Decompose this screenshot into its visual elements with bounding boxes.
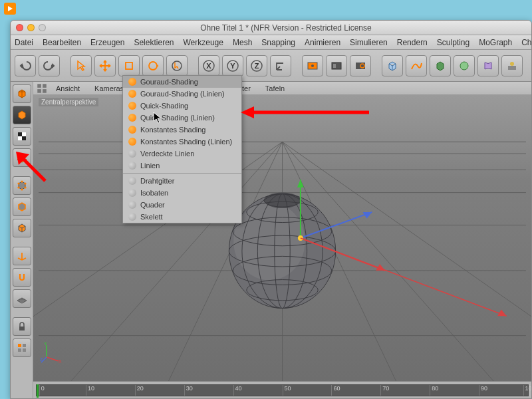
darstellung-dropdown[interactable]: Gouraud-Shading Gouraud-Shading (Linien)…	[122, 75, 242, 223]
tutorial-play-icon	[4, 3, 16, 15]
axis-orientation-icon: Y X Z	[40, 341, 63, 364]
timeline[interactable]: 0 10 20 30 40 50 60 70 80 90 100	[33, 381, 531, 398]
scene-render	[33, 95, 531, 381]
render-view-button[interactable]	[302, 55, 323, 76]
edges-mode-button[interactable]	[13, 198, 31, 216]
svg-point-25	[24, 186, 26, 188]
svg-rect-34	[43, 84, 47, 88]
axis-x-button[interactable]: X	[198, 55, 219, 76]
modeling-button[interactable]	[454, 55, 475, 76]
timeline-tick: 30	[184, 385, 193, 396]
titlebar: Ohne Titel 1 * (NFR Version - Restricted…	[11, 21, 531, 35]
cube-primitive-button[interactable]	[382, 55, 403, 76]
menu-datei[interactable]: Datei	[15, 38, 33, 47]
dropdown-item-skeleton[interactable]: Skelett	[123, 211, 241, 223]
polygons-mode-button[interactable]	[13, 219, 31, 237]
deformer-button[interactable]	[477, 55, 499, 76]
render-settings-button[interactable]	[350, 55, 371, 76]
timeline-tick: 40	[233, 385, 242, 396]
soft-selection-button[interactable]	[13, 289, 31, 308]
menu-erzeugen[interactable]: Erzeugen	[90, 38, 124, 47]
dropdown-item-constant[interactable]: Konstantes Shading	[123, 124, 241, 136]
sphere-icon	[128, 213, 136, 221]
main-toolbar: X Y Z	[11, 50, 531, 82]
svg-rect-28	[19, 327, 25, 331]
coord-system-button[interactable]	[270, 55, 291, 76]
timeline-tick: 70	[380, 385, 389, 396]
timeline-playhead[interactable]	[37, 384, 39, 398]
menu-werkzeuge[interactable]: Werkzeuge	[183, 38, 223, 47]
main-menubar[interactable]: Datei Bearbeiten Erzeugen Selektieren We…	[11, 35, 531, 50]
dropdown-separator	[123, 173, 241, 174]
lock-button[interactable]	[13, 317, 31, 336]
move-tool-button[interactable]	[94, 55, 116, 76]
menu-snapping[interactable]: Snapping	[261, 38, 295, 47]
sphere-icon	[128, 177, 136, 185]
undo-button[interactable]	[15, 55, 36, 76]
svg-point-17	[510, 62, 514, 66]
menu-mograph[interactable]: MoGraph	[479, 38, 512, 47]
rotate-tool-button[interactable]	[142, 55, 164, 76]
scale-tool-button[interactable]	[118, 55, 140, 76]
dropdown-item-gouraud[interactable]: Gouraud-Shading	[123, 76, 241, 88]
svg-point-52	[233, 202, 305, 280]
svg-text:X: X	[206, 62, 211, 70]
svg-marker-65	[297, 180, 304, 188]
mode-toolbar	[11, 82, 33, 398]
svg-rect-12	[333, 64, 336, 68]
workplane-mode-button[interactable]	[13, 148, 31, 167]
viewport-solo-button[interactable]	[13, 338, 31, 357]
menu-bearbeiten[interactable]: Bearbeiten	[43, 38, 81, 47]
dropdown-item-quick[interactable]: Quick-Shading	[123, 100, 241, 112]
axis-tool-button[interactable]	[13, 247, 31, 265]
make-editable-button[interactable]	[13, 84, 31, 103]
timeline-track[interactable]: 0 10 20 30 40 50 60 70 80 90 100	[36, 384, 529, 396]
menu-mesh[interactable]: Mesh	[233, 38, 252, 47]
viewmenu-ansicht[interactable]: Ansicht	[49, 83, 86, 94]
window-controls[interactable]	[16, 24, 46, 31]
model-mode-button[interactable]	[13, 106, 31, 124]
menu-sculpting[interactable]: Sculpting	[437, 38, 469, 47]
axis-y-button[interactable]: Y	[222, 55, 243, 76]
svg-point-15	[460, 62, 468, 70]
redo-button[interactable]	[39, 55, 60, 76]
menu-character[interactable]: Char	[521, 38, 532, 47]
dropdown-item-constant-lines[interactable]: Konstantes Shading (Linien)	[123, 136, 241, 148]
menu-animieren[interactable]: Animieren	[305, 38, 340, 47]
dropdown-item-isobates[interactable]: Isobaten	[123, 187, 241, 199]
select-tool-button[interactable]	[70, 55, 92, 76]
dropdown-item-lines[interactable]: Linien	[123, 160, 241, 172]
points-mode-button[interactable]	[13, 176, 31, 195]
nurbs-button[interactable]	[430, 55, 451, 76]
axis-z-button[interactable]: Z	[246, 55, 267, 76]
timeline-tick: 80	[430, 385, 438, 396]
dropdown-item-gouraud-lines[interactable]: Gouraud-Shading (Linien)	[123, 88, 241, 100]
texture-mode-button[interactable]	[13, 127, 31, 146]
svg-rect-36	[43, 89, 47, 93]
menu-selektieren[interactable]: Selektieren	[134, 38, 174, 47]
render-picture-button[interactable]	[326, 55, 347, 76]
viewport-config-icon[interactable]	[36, 83, 48, 94]
spline-button[interactable]	[406, 55, 427, 76]
menu-rendern[interactable]: Rendern	[397, 38, 428, 47]
viewmenu-tafeln[interactable]: Tafeln	[259, 83, 291, 94]
sphere-icon	[128, 150, 136, 158]
snap-tool-button[interactable]	[13, 268, 31, 287]
dropdown-item-hidden-lines[interactable]: Verdeckte Linien	[123, 148, 241, 160]
dropdown-item-quick-lines[interactable]: Quick-Shading (Linien)	[123, 112, 241, 124]
sphere-icon	[128, 90, 136, 98]
minimize-icon[interactable]	[27, 24, 35, 31]
viewport-3d[interactable]: Zentralperspektive	[33, 95, 531, 381]
dropdown-item-wireframe[interactable]: Drahtgitter	[123, 175, 241, 187]
viewport-menubar[interactable]: Ansicht Kameras Darstellung Optionen Fil…	[33, 82, 531, 95]
svg-rect-31	[18, 348, 21, 352]
dropdown-item-box[interactable]: Quader	[123, 199, 241, 211]
svg-rect-33	[37, 84, 41, 88]
zoom-icon[interactable]	[39, 24, 46, 31]
menu-simulieren[interactable]: Simulieren	[350, 38, 388, 47]
environment-button[interactable]	[501, 55, 523, 76]
last-tool-button[interactable]	[166, 55, 188, 76]
close-icon[interactable]	[16, 24, 23, 31]
timeline-tick: 0	[39, 385, 45, 396]
timeline-tick: 60	[331, 385, 340, 396]
